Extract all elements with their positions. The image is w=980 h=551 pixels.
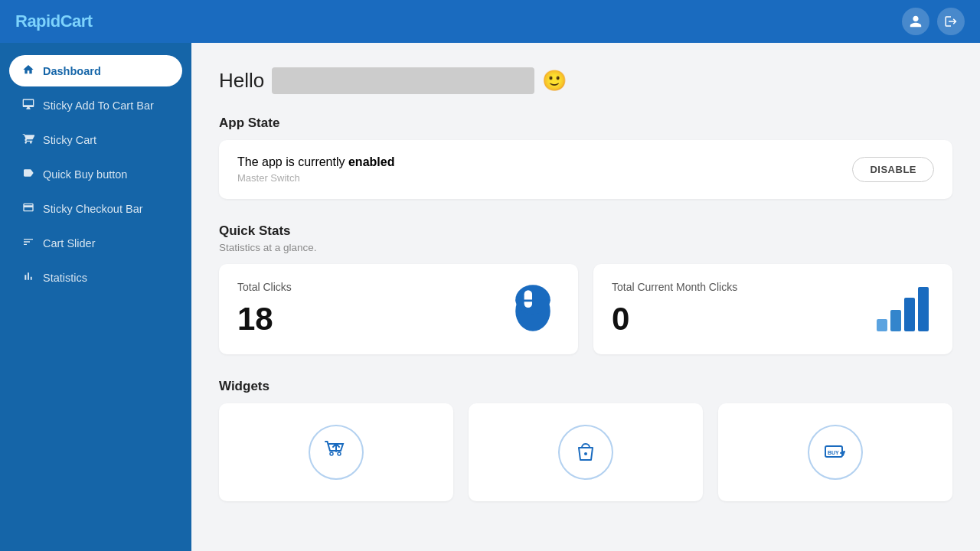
- sidebar-label-cart-slider: Cart Slider: [43, 237, 96, 249]
- app-state-message: The app is currently enabled: [237, 155, 394, 169]
- svg-rect-7: [904, 298, 915, 331]
- widgets-section: Widgets: [219, 379, 952, 501]
- svg-text:BUY: BUY: [828, 450, 839, 455]
- total-month-clicks-card: Total Current Month Clicks 0: [593, 264, 952, 354]
- sidebar-item-sticky-cart[interactable]: Sticky Cart: [9, 124, 182, 155]
- sidebar-label-sticky-add-to-cart-bar: Sticky Add To Cart Bar: [43, 99, 154, 112]
- app-state-section: App State The app is currently enabled M…: [219, 116, 952, 199]
- svg-rect-2: [524, 290, 533, 308]
- hello-emoji: 🙂: [542, 69, 567, 93]
- user-icon: [909, 15, 923, 28]
- svg-point-11: [584, 452, 587, 455]
- sidebar-label-sticky-cart: Sticky Cart: [43, 134, 96, 146]
- sidebar-item-sticky-add-to-cart-bar[interactable]: Sticky Add To Cart Bar: [9, 90, 182, 121]
- monitor-icon: [21, 98, 35, 112]
- total-clicks-card: Total Clicks 18: [219, 264, 578, 354]
- svg-rect-4: [515, 300, 550, 302]
- widget-circle-2: [558, 425, 613, 480]
- hello-label: Hello: [219, 69, 264, 93]
- app-state-prefix: The app is currently: [237, 155, 348, 168]
- add-to-cart-widget-icon: [322, 438, 351, 467]
- total-clicks-value: 18: [237, 301, 292, 337]
- logout-icon: [944, 15, 958, 28]
- quick-stats-title: Quick Stats: [219, 223, 952, 239]
- sidebar-label-sticky-checkout-bar: Sticky Checkout Bar: [43, 203, 143, 215]
- disable-button[interactable]: DISABLE: [852, 157, 934, 182]
- widget-card-3: BUY: [718, 403, 952, 501]
- checkout-icon: [21, 201, 35, 216]
- sidebar-item-statistics[interactable]: Statistics: [9, 262, 182, 293]
- svg-point-10: [338, 452, 341, 455]
- main-layout: Dashboard Sticky Add To Cart Bar Sticky …: [0, 43, 980, 551]
- svg-point-9: [330, 452, 333, 455]
- quick-buy-widget-icon: BUY: [821, 438, 850, 467]
- sticky-cart-widget-icon: [571, 438, 600, 467]
- svg-rect-6: [890, 310, 901, 331]
- widget-card-1: [219, 403, 453, 501]
- tag-icon: [21, 167, 35, 181]
- cart-icon: [21, 132, 35, 147]
- bar-chart-stat-icon: [873, 281, 934, 337]
- sidebar-label-statistics: Statistics: [43, 272, 87, 284]
- total-month-value: 0: [612, 301, 737, 337]
- logout-button[interactable]: [937, 8, 965, 35]
- home-icon: [21, 64, 35, 78]
- total-month-label: Total Current Month Clicks: [612, 281, 737, 293]
- sidebar-label-dashboard: Dashboard: [43, 65, 101, 77]
- master-switch-label: Master Switch: [237, 172, 394, 184]
- total-clicks-label: Total Clicks: [237, 281, 292, 293]
- user-profile-button[interactable]: [902, 8, 929, 35]
- app-state-title: App State: [219, 116, 952, 131]
- hello-row: Hello ████████████████ 🙂: [219, 67, 952, 94]
- widget-circle-1: [309, 425, 364, 480]
- widget-card-2: [469, 403, 703, 501]
- logo-cart: Cart: [60, 11, 93, 31]
- svg-rect-8: [918, 287, 929, 331]
- main-content: Hello ████████████████ 🙂 App State The a…: [191, 43, 980, 551]
- sidebar: Dashboard Sticky Add To Cart Bar Sticky …: [0, 43, 191, 551]
- widgets-row: BUY: [219, 403, 952, 501]
- header-icons: [902, 8, 965, 35]
- app-state-text: The app is currently enabled Master Swit…: [237, 155, 394, 184]
- mouse-icon: [506, 281, 560, 337]
- bar-chart-icon: [21, 270, 35, 285]
- app-state-card: The app is currently enabled Master Swit…: [219, 140, 952, 199]
- widgets-title: Widgets: [219, 379, 952, 394]
- total-clicks-info: Total Clicks 18: [237, 281, 292, 337]
- quick-stats-subtitle: Statistics at a glance.: [219, 242, 952, 253]
- total-month-info: Total Current Month Clicks 0: [612, 281, 737, 337]
- sidebar-label-quick-buy-button: Quick Buy button: [43, 168, 127, 181]
- hello-name-blurred: ████████████████: [272, 67, 534, 94]
- app-logo: RapidCart: [15, 11, 93, 31]
- sidebar-item-sticky-checkout-bar[interactable]: Sticky Checkout Bar: [9, 193, 182, 224]
- app-state-status: enabled: [348, 155, 394, 168]
- stats-row: Total Clicks 18: [219, 264, 952, 354]
- sidebar-item-quick-buy-button[interactable]: Quick Buy button: [9, 158, 182, 190]
- widget-circle-3: BUY: [808, 425, 863, 480]
- app-header: RapidCart: [0, 0, 980, 43]
- sidebar-item-dashboard[interactable]: Dashboard: [9, 55, 182, 86]
- sidebar-item-cart-slider[interactable]: Cart Slider: [9, 227, 182, 259]
- svg-rect-5: [877, 319, 887, 331]
- quick-stats-section: Quick Stats Statistics at a glance. Tota…: [219, 223, 952, 354]
- slider-icon: [21, 236, 35, 250]
- logo-rapid: Rapid: [15, 11, 60, 31]
